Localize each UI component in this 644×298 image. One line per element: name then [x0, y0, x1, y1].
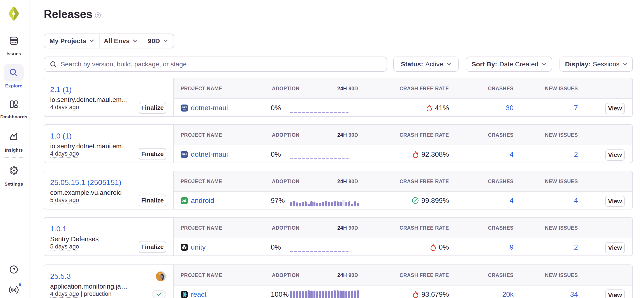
svg-text:MAUI: MAUI	[182, 155, 186, 156]
svg-text:?: ?	[12, 267, 15, 272]
svg-text:.NET: .NET	[182, 152, 187, 155]
svg-text:MAUI: MAUI	[182, 109, 186, 110]
svg-text:?: ?	[97, 14, 99, 18]
svg-text:.NET: .NET	[182, 106, 187, 108]
